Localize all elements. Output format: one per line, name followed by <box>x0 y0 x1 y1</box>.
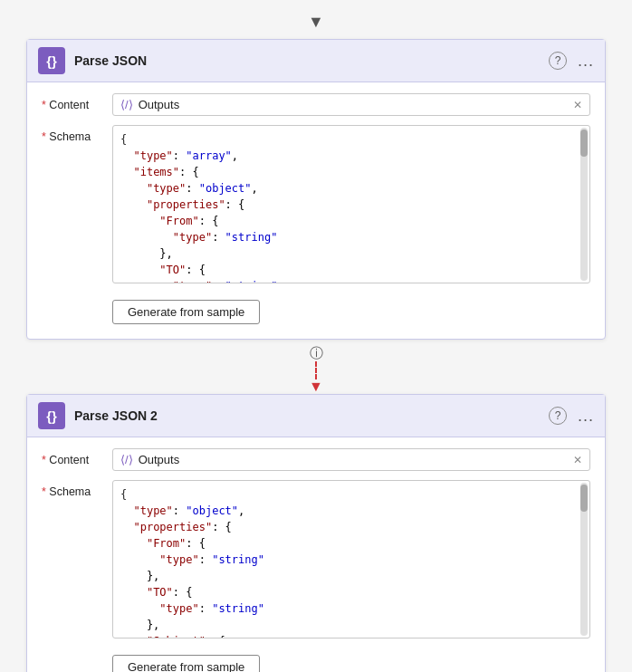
parse-json-card-2: {} Parse JSON 2 ? ... * Content ⟨/⟩ Outp… <box>26 394 606 672</box>
card-2-tag-close-icon[interactable]: ✕ <box>573 454 582 466</box>
card-2-schema-box[interactable]: { "type": "object", "properties": { "Fro… <box>112 480 590 638</box>
card-2-tag-text: Outputs <box>139 453 180 466</box>
schema-1-scrollbar-thumb[interactable] <box>580 130 588 157</box>
card-1-schema-code: { "type": "array", "items": { "type": "o… <box>120 131 582 283</box>
schema-2-scrollbar[interactable] <box>580 483 588 636</box>
card-2-content-label: * Content <box>42 448 103 466</box>
card-2-schema-code: { "type": "object", "properties": { "Fro… <box>120 486 582 638</box>
card-1-body: * Content ⟨/⟩ Outputs ✕ * Schema { "type… <box>27 82 605 339</box>
card-1-more-icon[interactable]: ... <box>578 53 594 69</box>
card-2-content-row: * Content ⟨/⟩ Outputs ✕ <box>42 448 590 471</box>
schema-1-scrollbar[interactable] <box>580 128 588 281</box>
parse-json-card-1: {} Parse JSON ? ... * Content ⟨/⟩ Output… <box>26 39 606 340</box>
card-1-icon: {} <box>38 47 65 74</box>
card-1-help-icon[interactable]: ? <box>549 52 567 70</box>
card-1-content-tag[interactable]: ⟨/⟩ Outputs ✕ <box>112 93 590 116</box>
card-1-header: {} Parse JSON ? ... <box>27 40 605 82</box>
tag-icon: ⟨/⟩ <box>120 98 133 111</box>
card-1-schema-label: * Schema <box>42 125 103 143</box>
card-1-title: Parse JSON <box>74 53 147 68</box>
card-1-schema-row: * Schema { "type": "array", "items": { "… <box>42 125 590 283</box>
card-2-header: {} Parse JSON 2 ? ... <box>27 395 605 437</box>
schema-2-scrollbar-thumb[interactable] <box>580 485 588 512</box>
card-2-content-tag[interactable]: ⟨/⟩ Outputs ✕ <box>112 448 590 471</box>
card-2-header-right: ? ... <box>549 407 594 425</box>
connector-arrow-icon: ▼ <box>309 379 323 394</box>
card-2-header-left: {} Parse JSON 2 <box>38 402 158 429</box>
connector-dashed-line <box>315 361 317 379</box>
card-2-schema-row: * Schema { "type": "object", "properties… <box>42 480 590 638</box>
card-2-more-icon[interactable]: ... <box>578 408 594 424</box>
card-2-schema-label: * Schema <box>42 480 103 498</box>
tag-close-icon[interactable]: ✕ <box>573 99 582 111</box>
connector: ⓘ ▼ <box>309 340 323 394</box>
card-2-title: Parse JSON 2 <box>74 408 158 423</box>
card-1-generate-btn[interactable]: Generate from sample <box>112 300 260 324</box>
card-1-content-label: * Content <box>42 93 103 111</box>
card-1-header-right: ? ... <box>549 52 594 70</box>
card-2-generate-btn[interactable]: Generate from sample <box>112 655 260 672</box>
connector-info-icon: ⓘ <box>310 345 323 362</box>
card-2-icon: {} <box>38 402 65 429</box>
card-2-tag-icon: ⟨/⟩ <box>120 453 133 466</box>
down-arrow-icon: ▼ <box>308 13 324 32</box>
top-arrow: ▼ <box>308 9 324 39</box>
tag-text: Outputs <box>139 98 180 111</box>
card-2-help-icon[interactable]: ? <box>549 407 567 425</box>
card-1-header-left: {} Parse JSON <box>38 47 147 74</box>
card-2-body: * Content ⟨/⟩ Outputs ✕ * Schema { "type… <box>27 437 605 672</box>
card-1-schema-box[interactable]: { "type": "array", "items": { "type": "o… <box>112 125 590 283</box>
card-1-content-row: * Content ⟨/⟩ Outputs ✕ <box>42 93 590 116</box>
